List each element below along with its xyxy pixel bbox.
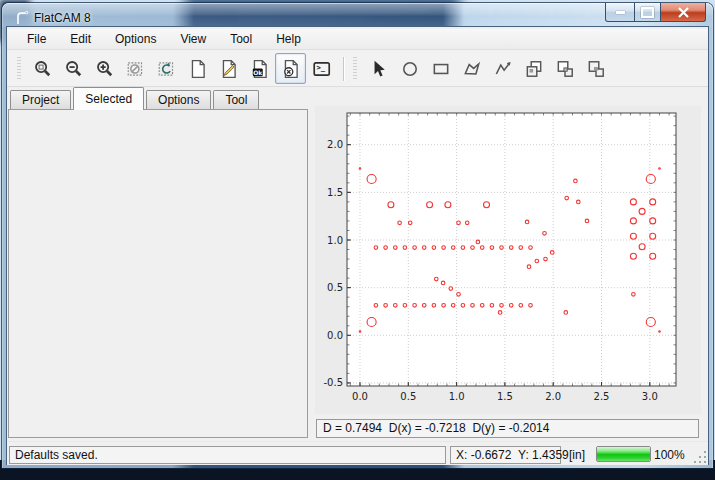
- svg-text:0.5: 0.5: [400, 391, 416, 402]
- copy-geometry-icon: [524, 59, 544, 79]
- zoom-in-icon: [95, 59, 115, 79]
- svg-text:1.5: 1.5: [497, 391, 513, 402]
- svg-text:0.0: 0.0: [352, 391, 368, 402]
- units-label: [in]: [569, 448, 585, 462]
- zoom-out-icon: [64, 59, 84, 79]
- plot-canvas[interactable]: 0.00.51.01.52.02.53.0-0.50.00.51.01.52.0: [315, 106, 701, 414]
- tabbar: ProjectSelectedOptionsTool: [10, 88, 261, 110]
- svg-text:>_: >_: [316, 62, 325, 71]
- zoom-in-button[interactable]: [89, 53, 120, 84]
- delete-object-icon: [281, 59, 301, 79]
- menu-help[interactable]: Help: [264, 30, 313, 48]
- select-icon: [369, 59, 389, 79]
- clear-plot-icon: [126, 59, 146, 79]
- svg-text:-0.5: -0.5: [323, 377, 343, 388]
- draw-polygon-button[interactable]: [456, 53, 487, 84]
- replot-icon: [157, 59, 177, 79]
- menu-edit[interactable]: Edit: [58, 30, 103, 48]
- maximize-icon: [641, 7, 654, 18]
- progress-fill: [597, 447, 650, 461]
- edit-document-button[interactable]: [213, 53, 244, 84]
- tab-project[interactable]: Project: [10, 90, 71, 110]
- svg-text:1.5: 1.5: [327, 187, 343, 198]
- zoom-fit-icon: [33, 59, 53, 79]
- move-object-button[interactable]: [580, 53, 611, 84]
- svg-text:2.5: 2.5: [594, 391, 610, 402]
- tab-tool[interactable]: Tool: [213, 90, 259, 110]
- draw-rectangle-icon: [431, 59, 451, 79]
- zoom-out-button[interactable]: [58, 53, 89, 84]
- new-document-icon: [188, 59, 208, 79]
- plot-distance-readout: D = 0.7494 D(x) = -0.7218 D(y) = -0.2014: [316, 419, 699, 438]
- menubar: FileEditOptionsViewToolHelp: [7, 29, 708, 50]
- progress-bar: [596, 446, 651, 462]
- app-logo-icon: [14, 10, 30, 26]
- draw-circle-button[interactable]: [394, 53, 425, 84]
- status-message: Defaults saved.: [9, 446, 446, 464]
- maximize-button[interactable]: [634, 3, 661, 22]
- draw-polygon-icon: [462, 59, 482, 79]
- svg-text:0.5: 0.5: [327, 282, 343, 293]
- svg-text:Ok: Ok: [253, 68, 263, 75]
- minimize-button[interactable]: [605, 3, 635, 22]
- draw-circle-icon: [400, 59, 420, 79]
- toolbar: Ok>_: [7, 51, 708, 87]
- ok-document-icon: Ok: [250, 59, 270, 79]
- replot-button[interactable]: [151, 53, 182, 84]
- shell-button[interactable]: >_: [306, 53, 337, 84]
- draw-polyline-button[interactable]: [487, 53, 518, 84]
- tab-content-pane: [8, 109, 308, 438]
- menu-tool[interactable]: Tool: [218, 30, 264, 48]
- resize-grip[interactable]: [694, 451, 707, 464]
- copy-object-icon: [555, 59, 575, 79]
- copy-object-button[interactable]: [549, 53, 580, 84]
- window-title: FlatCAM 8: [34, 11, 91, 25]
- mouse-coordinates: X: -0.6672 Y: 1.4359: [450, 446, 561, 464]
- copy-geometry-button[interactable]: [518, 53, 549, 84]
- menu-view[interactable]: View: [168, 30, 218, 48]
- new-document-button[interactable]: [182, 53, 213, 84]
- svg-text:2.0: 2.0: [545, 391, 561, 402]
- menu-file[interactable]: File: [15, 30, 58, 48]
- clear-plot-button[interactable]: [120, 53, 151, 84]
- minimize-icon: [616, 11, 625, 14]
- move-object-icon: [586, 59, 606, 79]
- menu-options[interactable]: Options: [103, 30, 168, 48]
- select-button[interactable]: [363, 53, 394, 84]
- ok-document-button[interactable]: Ok: [244, 53, 275, 84]
- close-button[interactable]: [660, 3, 706, 22]
- svg-text:2.0: 2.0: [327, 139, 343, 150]
- draw-rectangle-button[interactable]: [425, 53, 456, 84]
- zoom-fit-button[interactable]: [27, 53, 58, 84]
- svg-text:1.0: 1.0: [449, 391, 465, 402]
- progress-percent: 100%: [654, 448, 685, 462]
- tab-options[interactable]: Options: [146, 90, 211, 110]
- close-icon: [677, 7, 690, 18]
- delete-object-button[interactable]: [275, 53, 306, 84]
- shell-icon: >_: [312, 59, 332, 79]
- draw-polyline-icon: [493, 59, 513, 79]
- svg-text:3.0: 3.0: [642, 391, 658, 402]
- tab-selected[interactable]: Selected: [73, 87, 144, 110]
- svg-text:1.0: 1.0: [327, 235, 343, 246]
- edit-document-icon: [219, 59, 239, 79]
- svg-text:0.0: 0.0: [327, 330, 343, 341]
